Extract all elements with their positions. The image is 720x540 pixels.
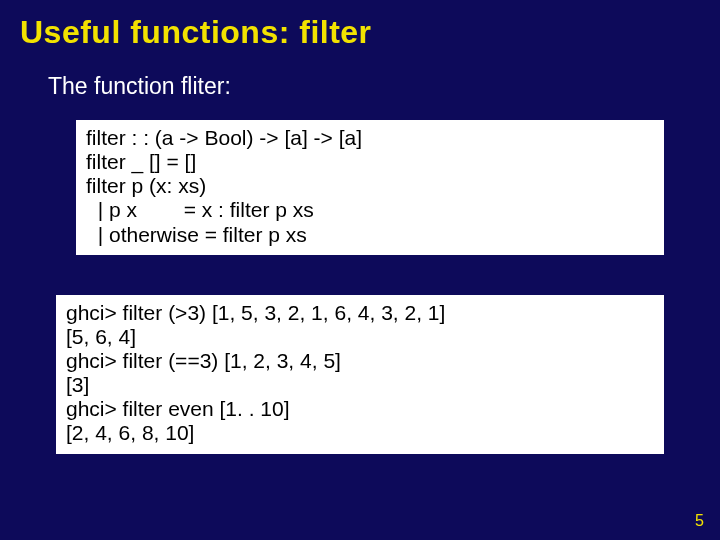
code-line: | otherwise = filter p xs [86, 223, 654, 247]
code-line: filter p (x: xs) [86, 174, 654, 198]
slide-subtitle: The function fliter: [0, 57, 720, 108]
code-line: ghci> filter even [1. . 10] [66, 397, 654, 421]
slide-title: Useful functions: filter [0, 0, 720, 57]
code-line: [5, 6, 4] [66, 325, 654, 349]
code-line: filter : : (a -> Bool) -> [a] -> [a] [86, 126, 654, 150]
example-codebox: ghci> filter (>3) [1, 5, 3, 2, 1, 6, 4, … [56, 295, 664, 454]
code-line: ghci> filter (>3) [1, 5, 3, 2, 1, 6, 4, … [66, 301, 654, 325]
code-line: ghci> filter (==3) [1, 2, 3, 4, 5] [66, 349, 654, 373]
definition-codebox: filter : : (a -> Bool) -> [a] -> [a] fil… [76, 120, 664, 255]
code-line: | p x = x : filter p xs [86, 198, 654, 222]
code-line: filter _ [] = [] [86, 150, 654, 174]
page-number: 5 [695, 512, 704, 530]
code-line: [2, 4, 6, 8, 10] [66, 421, 654, 445]
code-line: [3] [66, 373, 654, 397]
